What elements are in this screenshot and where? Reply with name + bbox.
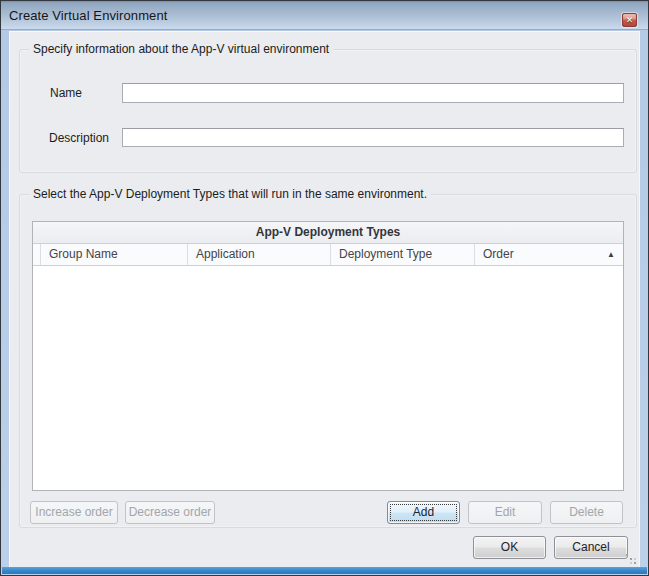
table-empty-body[interactable]: [33, 266, 623, 490]
close-button[interactable]: ✕: [622, 13, 637, 27]
deployment-groupbox: Select the App-V Deployment Types that w…: [19, 194, 637, 528]
description-label: Description: [49, 130, 109, 146]
info-groupbox-legend: Specify information about the App-V virt…: [29, 42, 333, 56]
sort-ascending-icon: ▲: [607, 244, 615, 265]
deployment-types-table: App-V Deployment Types Group Name Applic…: [32, 221, 624, 491]
add-button[interactable]: Add: [387, 501, 460, 524]
titlebar[interactable]: Create Virtual Environment: [1, 1, 648, 30]
increase-order-button[interactable]: Increase order: [30, 501, 118, 524]
column-header-selector[interactable]: [33, 244, 41, 265]
column-header-group-name[interactable]: Group Name: [41, 244, 188, 265]
window-frame-bottom: [2, 567, 647, 574]
window-title: Create Virtual Environment: [9, 8, 167, 23]
column-header-deployment-type[interactable]: Deployment Type: [331, 244, 475, 265]
name-input[interactable]: [122, 83, 624, 103]
column-header-application[interactable]: Application: [188, 244, 331, 265]
resize-grip[interactable]: [625, 553, 637, 565]
name-label: Name: [50, 85, 82, 101]
close-icon: ✕: [626, 15, 634, 25]
create-virtual-environment-window: Create Virtual Environment ✕ Specify inf…: [0, 0, 649, 576]
dialog-body: Specify information about the App-V virt…: [9, 31, 640, 567]
column-header-order-label: Order: [483, 247, 514, 261]
table-header-row: Group Name Application Deployment Type O…: [33, 244, 623, 266]
deployment-groupbox-legend: Select the App-V Deployment Types that w…: [29, 187, 431, 201]
ok-button[interactable]: OK: [473, 536, 546, 559]
edit-button[interactable]: Edit: [468, 501, 542, 524]
delete-button[interactable]: Delete: [550, 501, 623, 524]
table-title: App-V Deployment Types: [33, 222, 623, 244]
description-input[interactable]: [122, 128, 624, 147]
cancel-button[interactable]: Cancel: [554, 536, 628, 559]
decrease-order-button[interactable]: Decrease order: [125, 501, 215, 524]
column-header-order[interactable]: Order ▲: [475, 244, 623, 265]
info-groupbox: Specify information about the App-V virt…: [19, 49, 637, 173]
